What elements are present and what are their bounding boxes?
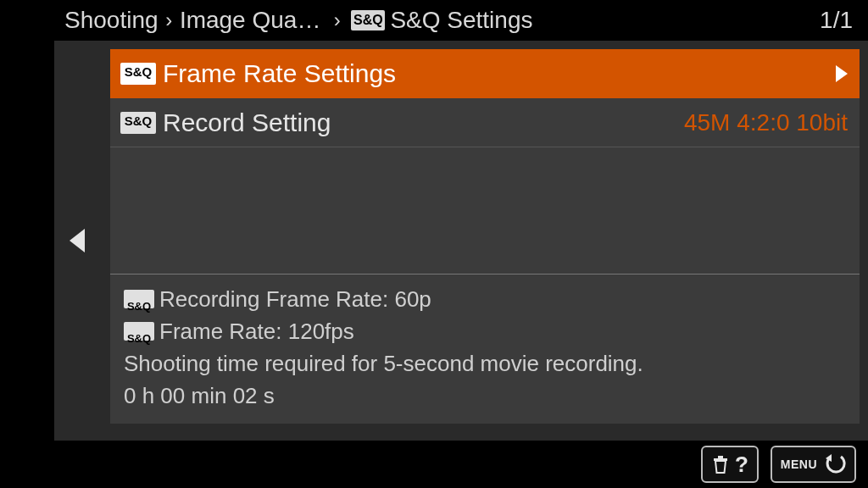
chevron-right-icon: › [320, 8, 348, 32]
back-arrow-icon [822, 453, 846, 475]
nav-left-arrow-icon[interactable] [70, 229, 85, 252]
menu-label: MENU [781, 458, 817, 471]
breadcrumb-part-shooting[interactable]: Shooting [64, 7, 159, 34]
menu-item-record-setting[interactable]: S&Q Record Setting 45M 4:2:0 10bit [110, 98, 860, 147]
menu-item-label: Frame Rate Settings [163, 59, 396, 88]
sq-badge-icon: S&Q [351, 10, 385, 30]
menu-item-value: 45M 4:2:0 10bit [684, 109, 848, 136]
sq-badge-icon: S&Q [120, 63, 156, 85]
footer-bar: ? MENU [54, 441, 868, 488]
help-button[interactable]: ? [701, 446, 759, 483]
breadcrumb: Shooting › Image Qua… › S&Q S&Q Settings [54, 0, 868, 41]
svg-rect-1 [718, 456, 723, 458]
chevron-right-icon: › [159, 8, 180, 32]
panel-spacer [110, 147, 860, 274]
menu-item-frame-rate-settings[interactable]: S&Q Frame Rate Settings [110, 49, 860, 98]
page-counter: 1/1 [820, 0, 853, 41]
info-line-shooting-time-value: 0 h 00 min 02 s [124, 380, 860, 412]
settings-panel: S&Q Frame Rate Settings S&Q Record Setti… [110, 49, 860, 424]
chevron-right-icon [836, 65, 848, 82]
info-line-recording-frame-rate: S&Q Recording Frame Rate: 60p [124, 283, 860, 315]
info-line-shooting-time-desc: Shooting time required for 5-second movi… [124, 347, 860, 380]
breadcrumb-part-sq-settings: S&Q Settings [390, 7, 532, 34]
sq-badge-icon: S&Q [124, 322, 154, 341]
info-line-frame-rate: S&Q Frame Rate: 120fps [124, 315, 860, 347]
info-block: S&Q Recording Frame Rate: 60p S&Q Frame … [110, 274, 860, 424]
help-label: ? [735, 452, 748, 478]
sq-badge-icon: S&Q [124, 290, 154, 308]
trash-icon [711, 454, 730, 474]
breadcrumb-part-image-quality[interactable]: Image Qua… [180, 7, 321, 34]
sq-badge-icon: S&Q [120, 112, 156, 134]
menu-back-button[interactable]: MENU [771, 446, 856, 483]
menu-item-label: Record Setting [163, 108, 331, 137]
